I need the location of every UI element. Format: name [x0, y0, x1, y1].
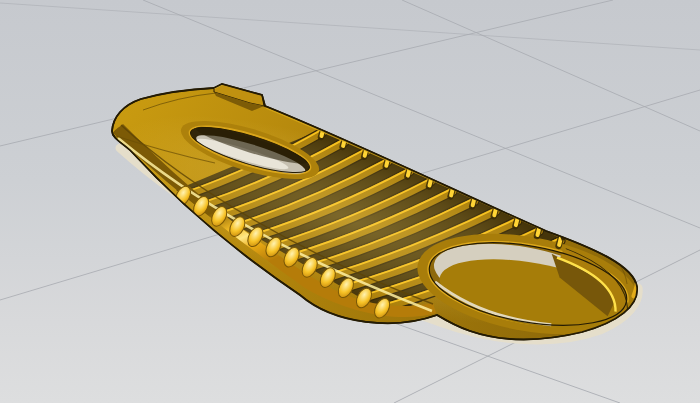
- viewport-canvas[interactable]: [0, 0, 700, 403]
- cad-viewport[interactable]: [0, 0, 700, 403]
